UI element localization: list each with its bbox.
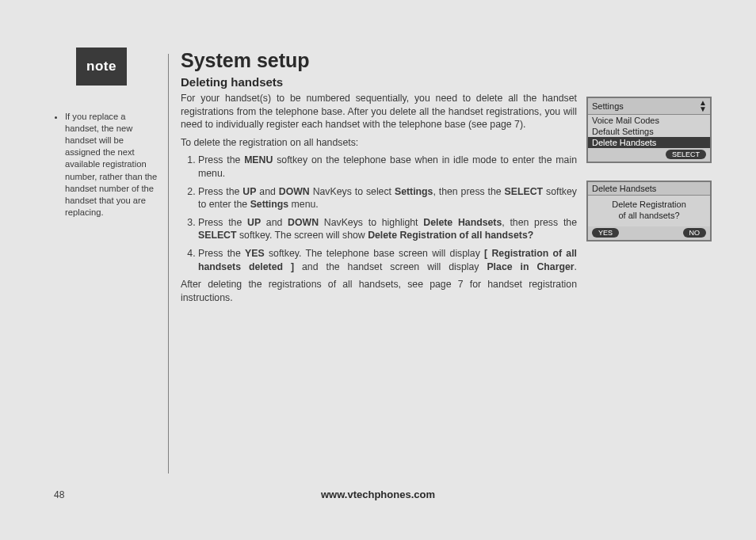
t: Delete Registration of all handsets? bbox=[368, 230, 533, 241]
t: Press the bbox=[198, 248, 245, 259]
menu-item: Voice Mail Codes bbox=[588, 115, 710, 126]
step-4: Press the YES softkey. The telephone bas… bbox=[198, 247, 577, 273]
page-inner: note If you replace a handset, the new h… bbox=[25, 22, 731, 518]
t: NavKeys to select bbox=[310, 186, 395, 197]
t: NavKeys to highlight bbox=[319, 217, 423, 228]
softkey-yes: YES bbox=[592, 228, 619, 238]
screen-settings: Settings ▲▼ Voice Mail Codes Default Set… bbox=[586, 97, 712, 163]
t: , then press the bbox=[502, 217, 577, 228]
t: and bbox=[256, 186, 278, 197]
t: Delete Handsets bbox=[423, 217, 502, 228]
screen-body: Delete Registration of all handsets? bbox=[588, 196, 710, 226]
t: softkey. The telephone base screen will … bbox=[265, 248, 484, 259]
menu-item: Default Settings bbox=[588, 126, 710, 137]
t: , then press the bbox=[433, 186, 504, 197]
screen-title: Settings bbox=[592, 101, 624, 111]
t: YES bbox=[245, 248, 265, 259]
note-badge-text: note bbox=[86, 59, 116, 74]
t: and the handset screen will display bbox=[294, 261, 487, 272]
note-badge: note bbox=[76, 48, 127, 86]
t: Press the bbox=[198, 217, 247, 228]
footer-url: www.vtechphones.com bbox=[25, 489, 731, 500]
main-column: System setup Deleting handsets For your … bbox=[181, 49, 577, 309]
line: of all handsets? bbox=[593, 210, 705, 221]
screen-delete-handsets: Delete Handsets Delete Registration of a… bbox=[586, 181, 712, 241]
updown-icon: ▲▼ bbox=[699, 100, 706, 112]
screen-title-row: Settings ▲▼ bbox=[588, 98, 710, 115]
step-2: Press the UP and DOWN NavKeys to select … bbox=[198, 185, 577, 211]
t: Place in Charger bbox=[487, 261, 574, 272]
note-sidebar-text: If you replace a handset, the new handse… bbox=[55, 111, 160, 219]
t: MENU bbox=[244, 154, 273, 165]
lead-line: To delete the registration on all handse… bbox=[181, 136, 577, 150]
intro-paragraph: For your handset(s) to be numbered seque… bbox=[181, 92, 577, 131]
softkey-row: YES NO bbox=[588, 226, 710, 240]
softkey-select: SELECT bbox=[666, 150, 706, 159]
t: . bbox=[575, 261, 577, 272]
softkey-no: NO bbox=[683, 228, 707, 238]
section-heading: Deleting handsets bbox=[181, 75, 577, 89]
screen-title-row: Delete Handsets bbox=[588, 182, 710, 196]
t: SELECT bbox=[505, 186, 544, 197]
t: softkey. The screen will show bbox=[237, 230, 368, 241]
t: UP bbox=[242, 186, 256, 197]
t: Settings bbox=[250, 199, 289, 210]
t: UP bbox=[247, 217, 261, 228]
steps-list: Press the MENU softkey on the telephone … bbox=[181, 154, 577, 273]
softkey-row: SELECT bbox=[588, 148, 710, 162]
t: Press the bbox=[198, 186, 242, 197]
line: Delete Registration bbox=[593, 199, 705, 210]
menu-item-highlighted: Delete Handsets bbox=[588, 137, 710, 148]
step-3: Press the UP and DOWN NavKeys to highlig… bbox=[198, 216, 577, 242]
t: Press the bbox=[198, 154, 244, 165]
manual-page: note If you replace a handset, the new h… bbox=[0, 0, 756, 540]
note-bullet: If you replace a handset, the new handse… bbox=[65, 111, 160, 219]
t: Settings bbox=[395, 186, 433, 197]
t: and bbox=[261, 217, 288, 228]
step-1: Press the MENU softkey on the telephone … bbox=[198, 154, 577, 180]
page-title: System setup bbox=[181, 49, 577, 72]
t: SELECT bbox=[198, 230, 237, 241]
vertical-divider bbox=[168, 54, 169, 473]
t: DOWN bbox=[288, 217, 319, 228]
screen-title: Delete Handsets bbox=[592, 184, 656, 193]
outro-paragraph: After deleting the registrations of all … bbox=[181, 278, 577, 304]
screen-illustrations: Settings ▲▼ Voice Mail Codes Default Set… bbox=[586, 97, 715, 259]
t: menu. bbox=[288, 199, 319, 210]
t: DOWN bbox=[279, 186, 310, 197]
